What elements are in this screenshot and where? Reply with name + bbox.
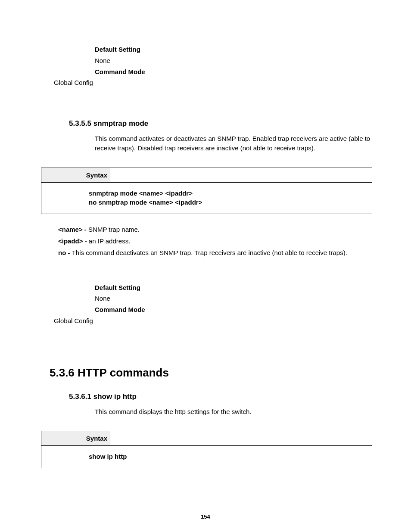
section-description: This command activates or deactivates an… <box>95 134 372 153</box>
section-number: 5.3.5.5 <box>69 119 91 128</box>
section-heading-536: 5.3.6 HTTP commands <box>50 366 372 380</box>
command-mode-value: Global Config <box>54 78 372 87</box>
param-name: <name> - <box>58 226 88 233</box>
syntax-box: Syntax snmptrap mode <name> <ipaddr> no … <box>41 168 372 214</box>
param-desc: This command deactivates an SNMP trap. T… <box>72 249 347 256</box>
section-description: This command displays the http settings … <box>95 407 372 417</box>
syntax-body: show ip http <box>41 446 372 468</box>
syntax-body: snmptrap mode <name> <ipaddr> no snmptra… <box>41 183 372 214</box>
default-setting-label: Default Setting <box>95 45 372 54</box>
param-line: <name> - SNMP trap name. <box>58 225 372 234</box>
param-desc: SNMP trap name. <box>88 226 140 233</box>
section-number: 5.3.6 <box>50 366 75 379</box>
param-name: <ipadd> - <box>58 237 89 245</box>
syntax-box: Syntax show ip http <box>41 431 372 468</box>
syntax-label: Syntax <box>41 168 110 182</box>
section-title: HTTP commands <box>78 366 169 379</box>
syntax-label: Syntax <box>41 431 110 445</box>
section-number: 5.3.6.1 <box>69 392 91 401</box>
section-title: snmptrap mode <box>93 119 149 128</box>
param-line: no - This command deactivates an SNMP tr… <box>58 248 372 257</box>
page-number: 154 <box>0 513 411 520</box>
command-mode-label: Command Mode <box>95 67 372 77</box>
parameter-list: <name> - SNMP trap name. <ipadd> - an IP… <box>41 225 372 257</box>
syntax-line: snmptrap mode <name> <ipaddr> <box>89 190 367 197</box>
section-title: show ip http <box>93 392 137 401</box>
command-mode-value: Global Config <box>54 316 372 326</box>
syntax-header-row: Syntax <box>41 431 372 446</box>
param-desc: an IP address. <box>89 237 130 245</box>
default-setting-value: None <box>95 56 372 65</box>
section-heading-5355: 5.3.5.5 snmptrap mode <box>69 119 372 128</box>
default-setting-label: Default Setting <box>95 283 372 292</box>
default-setting-value: None <box>95 294 372 303</box>
param-line: <ipadd> - an IP address. <box>58 236 372 246</box>
syntax-line: no snmptrap mode <name> <ipaddr> <box>89 199 367 206</box>
default-setting-block: Default Setting None Command Mode <box>95 45 372 76</box>
command-mode-label: Command Mode <box>95 305 372 314</box>
param-name: no - <box>58 249 72 256</box>
syntax-line: show ip http <box>89 453 367 460</box>
syntax-header-row: Syntax <box>41 168 372 183</box>
section-heading-5361: 5.3.6.1 show ip http <box>69 392 372 401</box>
document-page: Default Setting None Command Mode Global… <box>0 0 411 532</box>
default-setting-block: Default Setting None Command Mode <box>95 283 372 314</box>
